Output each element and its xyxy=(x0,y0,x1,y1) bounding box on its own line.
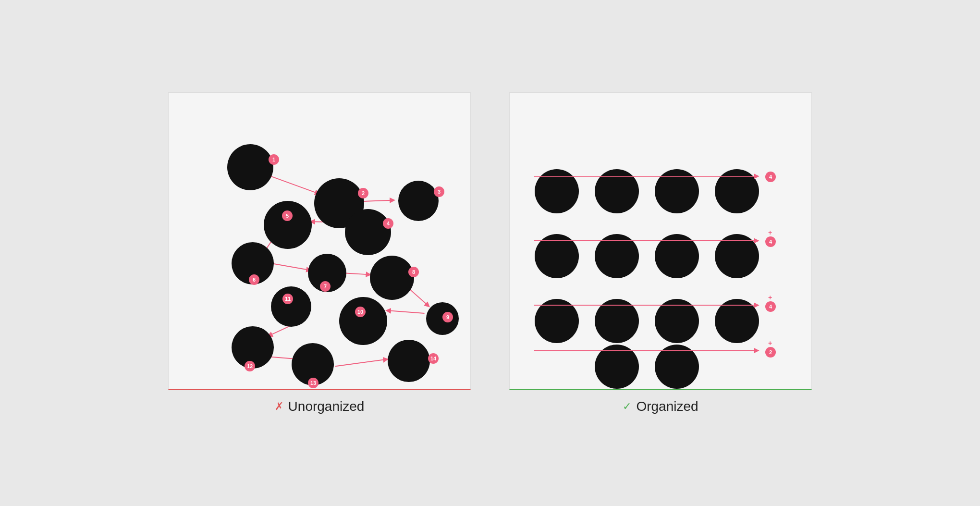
svg-line-6 xyxy=(346,273,371,274)
org-plus-row-1: + xyxy=(768,229,772,236)
badge-2: 2 xyxy=(358,188,368,198)
org-node-r2-c3 xyxy=(715,299,759,343)
svg-line-7 xyxy=(408,287,429,307)
organized-label-text: Organized xyxy=(636,399,698,414)
svg-line-1 xyxy=(267,174,319,194)
org-badge-row-2: 4 xyxy=(765,301,776,312)
org-badge-row-1: 4 xyxy=(765,236,776,247)
org-node-r0-c2 xyxy=(655,169,699,213)
node-14 xyxy=(388,340,430,382)
org-badge-row-3: 2 xyxy=(765,347,776,358)
badge-10: 10 xyxy=(355,307,366,317)
node-8 xyxy=(370,256,414,300)
badge-8: 8 xyxy=(408,267,419,277)
badge-13: 13 xyxy=(308,378,318,388)
org-plus-row-2: + xyxy=(768,294,772,301)
svg-line-11 xyxy=(335,359,388,366)
badge-4: 4 xyxy=(383,218,393,229)
org-node-r3-c1 xyxy=(655,345,699,389)
badge-6: 6 xyxy=(249,274,259,285)
node-4 xyxy=(345,209,391,255)
org-node-r1-c2 xyxy=(655,234,699,278)
organized-label-row: ✓ Organized xyxy=(623,399,698,414)
org-node-r0-c3 xyxy=(715,169,759,213)
org-node-r0-c1 xyxy=(595,169,639,213)
org-node-r1-c0 xyxy=(535,234,579,278)
svg-line-8 xyxy=(386,310,424,313)
badge-5: 5 xyxy=(282,210,293,221)
unorganized-diagram: 1234567891011121314 ✗ Unorganized xyxy=(168,92,471,414)
badge-9: 9 xyxy=(442,312,453,322)
org-plus-row-3: + xyxy=(768,339,772,347)
badge-14: 14 xyxy=(428,353,439,364)
unorganized-box: 1234567891011121314 xyxy=(168,92,471,390)
badge-12: 12 xyxy=(245,361,255,371)
org-node-r2-c2 xyxy=(655,299,699,343)
unorganized-label-text: Unorganized xyxy=(288,399,365,414)
unorganized-label-row: ✗ Unorganized xyxy=(275,399,365,414)
org-node-r0-c0 xyxy=(535,169,579,213)
org-badge-row-0: 4 xyxy=(765,172,776,182)
org-node-r1-c3 xyxy=(715,234,759,278)
badge-7: 7 xyxy=(320,281,331,292)
organized-icon: ✓ xyxy=(623,400,631,413)
node-1 xyxy=(227,144,273,190)
organized-diagram: 44+4+2+ ✓ Organized xyxy=(509,92,812,414)
org-node-r2-c0 xyxy=(535,299,579,343)
svg-line-5 xyxy=(273,263,311,270)
badge-3: 3 xyxy=(434,186,444,197)
org-node-r2-c1 xyxy=(595,299,639,343)
badge-1: 1 xyxy=(269,154,279,165)
badge-11: 11 xyxy=(282,294,293,304)
unorganized-icon: ✗ xyxy=(275,400,283,413)
node-11 xyxy=(271,286,311,327)
node-10 xyxy=(339,297,387,345)
org-node-r3-c0 xyxy=(595,345,639,389)
organized-box: 44+4+2+ xyxy=(509,92,812,390)
org-node-r1-c1 xyxy=(595,234,639,278)
node-5 xyxy=(264,201,312,249)
node-3 xyxy=(398,181,439,221)
